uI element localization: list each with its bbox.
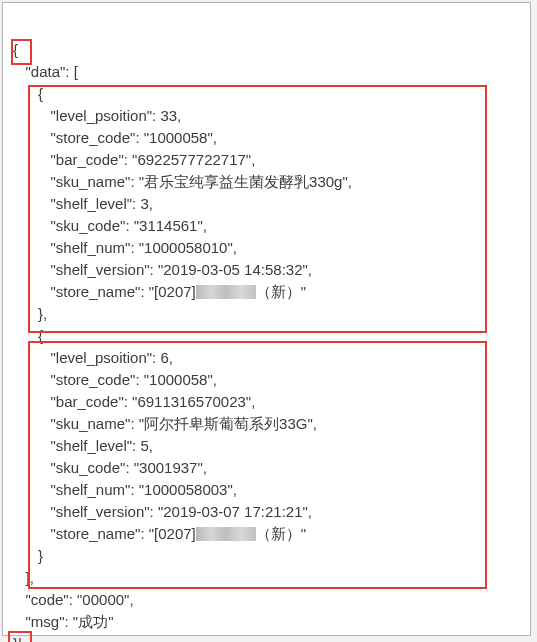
json-string: "00000" xyxy=(77,591,129,608)
json-string: "成功" xyxy=(73,613,114,630)
highlight-box-open-brace xyxy=(11,39,32,65)
editor-panel: { "data": [ { "level_psoition": 33, "sto… xyxy=(2,2,531,636)
json-key: "data" xyxy=(26,63,66,80)
highlight-box-object-1 xyxy=(28,85,487,333)
highlight-box-object-2 xyxy=(28,341,487,589)
json-key: "msg" xyxy=(26,613,65,630)
bracket-open: [ xyxy=(74,63,78,80)
highlight-box-close-brace xyxy=(8,631,32,642)
json-key: "code" xyxy=(26,591,69,608)
